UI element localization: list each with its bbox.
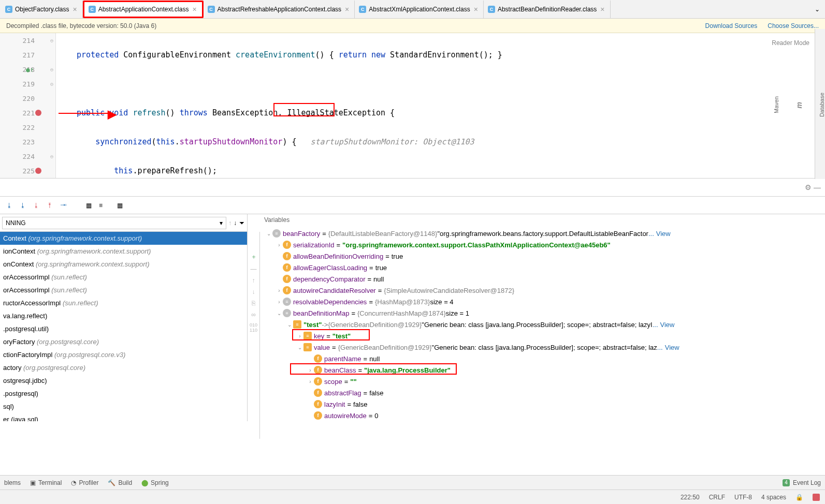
- frame-item[interactable]: ructorAccessorImpl (sun.reflect): [0, 297, 247, 309]
- force-step-icon[interactable]: ⭳: [33, 202, 39, 209]
- var-allowoverriding[interactable]: fallowBeanDefinitionOverriding=true: [260, 250, 825, 262]
- up-icon[interactable]: ↑: [252, 277, 255, 284]
- var-beandefmap[interactable]: ⌄≡beanDefinitionMap={ConcurrentHashMap@1…: [260, 307, 825, 319]
- more-icon[interactable]: ...: [648, 230, 654, 238]
- cursor-position[interactable]: 222:50: [681, 494, 700, 501]
- var-lazyinit[interactable]: flazyInit=false: [260, 398, 825, 410]
- choose-sources-link[interactable]: Choose Sources...: [768, 22, 819, 29]
- database-tool[interactable]: Database: [819, 93, 825, 117]
- binary-icon[interactable]: 010110: [250, 322, 257, 333]
- step-into-icon[interactable]: ⭳: [20, 202, 26, 209]
- var-value[interactable]: ⌄≡value={GenericBeanDefinition@1929} "Ge…: [260, 342, 825, 353]
- expand-icon[interactable]: ›: [276, 242, 283, 248]
- file-encoding[interactable]: UTF-8: [734, 494, 752, 501]
- step-out-icon[interactable]: ⭱: [47, 202, 53, 209]
- problems-tool[interactable]: blems: [4, 479, 21, 486]
- frame-item[interactable]: sql): [0, 400, 247, 413]
- var-autowiremode[interactable]: fautowireMode=0: [260, 410, 825, 421]
- profiler-tool[interactable]: ◔ Profiler: [71, 479, 98, 486]
- breakpoint-icon[interactable]: [35, 168, 41, 174]
- frame-item[interactable]: onContext (org.springframework.context.s…: [0, 258, 247, 271]
- trace-icon[interactable]: ≡: [99, 202, 103, 209]
- frame-item[interactable]: ctionFactoryImpl (org.postgresql.core.v3…: [0, 348, 247, 361]
- close-icon[interactable]: ×: [71, 5, 78, 13]
- build-tool[interactable]: 🔨 Build: [108, 479, 132, 486]
- frame-item[interactable]: Context (org.springframework.context.sup…: [0, 232, 247, 245]
- var-alloweager[interactable]: fallowEagerClassLoading=true: [260, 262, 825, 273]
- expand-icon[interactable]: ›: [276, 288, 283, 293]
- filter-icon[interactable]: ⏷: [239, 219, 245, 227]
- maven-tool[interactable]: Maven: [773, 96, 779, 113]
- status-indicator-icon[interactable]: [813, 494, 820, 501]
- frame-item[interactable]: er (java sql): [0, 413, 247, 421]
- expand-icon[interactable]: ›: [307, 379, 314, 384]
- remove-watch-icon[interactable]: —: [251, 265, 257, 273]
- collapse-icon[interactable]: ⌄: [276, 310, 283, 316]
- spring-tool[interactable]: ⬤ Spring: [141, 479, 169, 486]
- run-to-cursor-icon[interactable]: ⭲: [60, 202, 66, 209]
- frame-item[interactable]: actory (org.postgresql.core): [0, 361, 247, 374]
- variables-tree[interactable]: ⌄≡beanFactory={DefaultListableBeanFactor…: [260, 227, 825, 421]
- fold-icon[interactable]: ⊖: [50, 81, 53, 87]
- var-autowireresolver[interactable]: ›fautowireCandidateResolver={SimpleAutow…: [260, 285, 825, 296]
- var-resolvabledeps[interactable]: ›≡resolvableDependencies={HashMap@1873} …: [260, 296, 825, 307]
- view-link[interactable]: View: [660, 321, 675, 329]
- tab-abstractrefreshable[interactable]: CAbstractRefreshableApplicationContext.c…: [204, 1, 355, 18]
- collapse-icon[interactable]: ⌄: [265, 231, 272, 236]
- frame-item[interactable]: .postgresql.util): [0, 322, 247, 335]
- step-over-icon[interactable]: ⭳: [6, 202, 12, 209]
- code-area[interactable]: protected ConfigurableEnvironment create…: [56, 33, 825, 178]
- frame-item[interactable]: ionContext (org.springframework.context.…: [0, 245, 247, 258]
- frame-item[interactable]: orAccessorImpl (sun.reflect): [0, 271, 247, 284]
- thread-selector[interactable]: NNING▾: [2, 217, 226, 229]
- frame-item[interactable]: orAccessorImpl (sun.reflect): [0, 284, 247, 297]
- tabs-dropdown-icon[interactable]: ⌄: [809, 6, 825, 13]
- tab-abstractbeandef[interactable]: CAbstractBeanDefinitionReader.class×: [484, 1, 611, 18]
- expand-icon[interactable]: ›: [307, 367, 314, 373]
- collapse-icon[interactable]: ⌄: [286, 322, 293, 328]
- download-sources-link[interactable]: Download Sources: [705, 22, 758, 29]
- frame-item[interactable]: .postgresql): [0, 387, 247, 400]
- line-separator[interactable]: CRLF: [709, 494, 725, 501]
- tab-abstractapplicationcontext[interactable]: CAbstractApplicationContext.class×: [83, 1, 204, 18]
- var-serializationid[interactable]: ›fserializationId="org.springframework.c…: [260, 239, 825, 250]
- next-frame-icon[interactable]: ↓: [234, 219, 237, 227]
- collapse-icon[interactable]: ⌄: [296, 345, 303, 350]
- var-scope[interactable]: ›fscope="": [260, 376, 825, 387]
- settings-icon[interactable]: ⚙: [805, 183, 812, 191]
- down-icon[interactable]: ↓: [252, 288, 255, 295]
- prev-frame-icon[interactable]: ↑: [228, 219, 231, 227]
- frames-list[interactable]: Context (org.springframework.context.sup…: [0, 232, 247, 421]
- readonly-icon[interactable]: 🔒: [795, 494, 803, 501]
- tab-abstractxml[interactable]: CAbstractXmlApplicationContext.class×: [355, 1, 484, 18]
- fold-icon[interactable]: ⊖: [50, 154, 53, 159]
- var-abstractflag[interactable]: fabstractFlag=false: [260, 387, 825, 398]
- view-link[interactable]: View: [656, 230, 671, 238]
- breakpoint-icon[interactable]: [35, 110, 41, 116]
- evaluate-icon[interactable]: ▦: [86, 202, 92, 209]
- expand-icon[interactable]: ›: [296, 333, 303, 339]
- close-icon[interactable]: ×: [344, 5, 350, 13]
- fold-icon[interactable]: ⊖: [50, 38, 53, 43]
- var-test-entry[interactable]: ⌄≡"test" -> {GenericBeanDefinition@1929}…: [260, 319, 825, 330]
- var-depcomparator[interactable]: fdependencyComparator=null: [260, 273, 825, 285]
- layout-icon[interactable]: ▦: [117, 202, 123, 209]
- more-icon[interactable]: ...: [657, 344, 663, 351]
- view-link[interactable]: View: [665, 344, 679, 351]
- var-beanfactory[interactable]: ⌄≡beanFactory={DefaultListableBeanFactor…: [260, 228, 825, 239]
- close-icon[interactable]: ×: [191, 5, 197, 13]
- close-icon[interactable]: ×: [599, 5, 605, 13]
- var-parentname[interactable]: fparentName=null: [260, 353, 825, 364]
- close-icon[interactable]: ×: [473, 5, 479, 13]
- reader-mode-label[interactable]: Reader Mode: [772, 39, 809, 47]
- frame-item[interactable]: va.lang.reflect): [0, 309, 247, 322]
- expand-icon[interactable]: ›: [276, 299, 283, 305]
- minimize-icon[interactable]: —: [814, 183, 821, 191]
- fold-icon[interactable]: ⊖: [50, 67, 53, 72]
- frame-item[interactable]: ostgresql.jdbc): [0, 374, 247, 387]
- terminal-tool[interactable]: ▣ Terminal: [30, 479, 62, 486]
- more-icon[interactable]: ...: [653, 321, 658, 329]
- tab-objectfactory[interactable]: CObjectFactory.class×: [1, 1, 83, 18]
- maven-icon[interactable]: m: [795, 102, 803, 108]
- event-log[interactable]: 4Event Log: [783, 479, 821, 486]
